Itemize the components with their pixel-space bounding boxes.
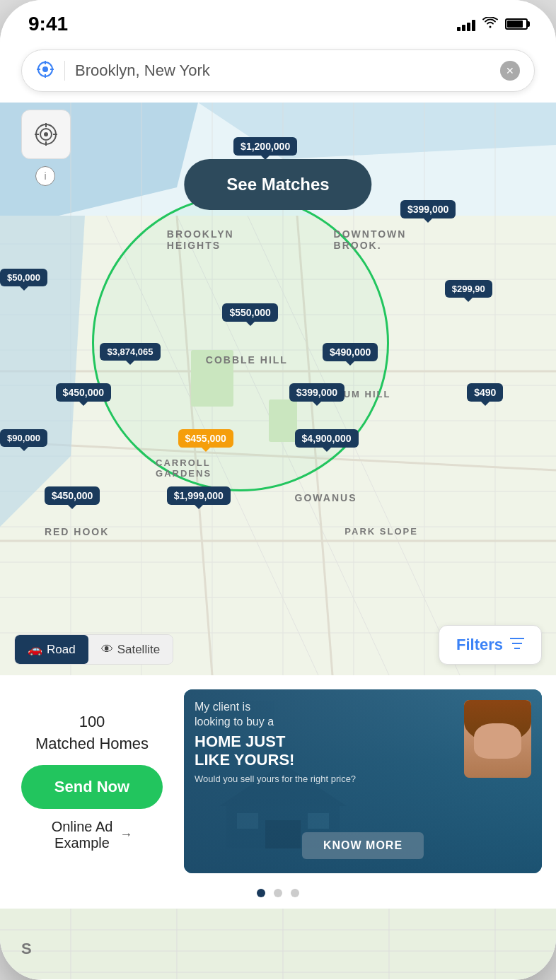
bottom-strip-label: S — [21, 940, 33, 958]
ad-text: My client islooking to buy a HOME JUSTLI… — [195, 700, 356, 784]
location-icon — [36, 60, 54, 81]
neighborhood-label-gowanus: GOWANUS — [295, 492, 357, 503]
arrow-right-icon: → — [120, 827, 132, 842]
signal-bars-icon — [457, 17, 475, 31]
clear-button[interactable]: ✕ — [500, 61, 520, 81]
price-tag-1999000[interactable]: $1,999,000 — [167, 486, 231, 505]
status-bar: 9:41 — [0, 0, 556, 42]
ad-card[interactable]: My client islooking to buy a HOME JUSTLI… — [184, 689, 542, 873]
bottom-map-strip: S — [0, 909, 556, 979]
online-ad-label: Online AdExample — [52, 819, 113, 851]
search-bar[interactable]: Brooklyn, New York ✕ — [21, 49, 535, 92]
ad-line2: HOME JUSTLIKE YOURS! — [195, 733, 356, 770]
online-ad-link[interactable]: Online AdExample → — [52, 819, 133, 851]
price-tag-399000-2[interactable]: $399,000 — [289, 383, 344, 402]
price-tag-50000[interactable]: $50,000 — [0, 269, 47, 286]
neighborhood-label-park-slope: PARK SLOPE — [344, 526, 418, 537]
filter-icon — [510, 636, 524, 654]
price-tag-90000[interactable]: $90,000 — [0, 429, 47, 447]
battery-icon — [505, 18, 528, 30]
status-icons — [457, 17, 528, 32]
svg-point-1 — [42, 66, 48, 72]
price-tag-490-abbr[interactable]: $490 — [467, 383, 503, 402]
map-container[interactable]: i See Matches BROOKLYNHEIGHTS DOWNTOWNBR… — [0, 103, 556, 675]
neighborhood-label-cobble-hill: COBBLE HILL — [206, 354, 288, 366]
price-tag-450000-2[interactable]: $450,000 — [45, 486, 100, 505]
price-tag-3874065[interactable]: $3,874,065 — [100, 343, 160, 361]
dot-2[interactable] — [274, 889, 282, 897]
satellite-map-button[interactable]: 👁 Satellite — [88, 635, 173, 664]
bottom-map-svg — [0, 909, 556, 979]
know-more-button[interactable]: KNOW MORE — [302, 832, 424, 859]
neighborhood-label-carroll-gardens: CARROLLGARDENS — [156, 457, 212, 479]
wifi-icon — [482, 17, 498, 32]
road-map-button[interactable]: 🚗 Road — [15, 635, 88, 664]
search-input[interactable]: Brooklyn, New York — [75, 62, 490, 80]
map-background: i See Matches BROOKLYNHEIGHTS DOWNTOWNBR… — [0, 103, 556, 675]
search-container: Brooklyn, New York ✕ — [0, 42, 556, 103]
price-tag-550000[interactable]: $550,000 — [222, 303, 277, 322]
neighborhood-label-red-hook: RED HOOK — [45, 526, 109, 537]
price-tag-4900000[interactable]: $4,900,000 — [295, 429, 359, 448]
status-time: 9:41 — [28, 13, 68, 35]
price-tag-450000-1[interactable]: $450,000 — [56, 383, 111, 402]
price-tag-490000-1[interactable]: $490,000 — [323, 343, 378, 361]
send-now-button[interactable]: Send Now — [21, 765, 163, 809]
ad-line1: My client islooking to buy a — [195, 700, 356, 730]
dot-1[interactable] — [257, 889, 265, 897]
svg-point-39 — [44, 132, 48, 136]
neighborhood-label-downtown: DOWNTOWNBROOK. — [334, 228, 407, 251]
bottom-panel: 100 Matched Homes Send Now Online AdExam… — [0, 675, 556, 880]
phone-frame: 9:41 — [0, 0, 556, 980]
satellite-icon: 👁 — [101, 643, 113, 657]
price-tag-399000-1[interactable]: $399,000 — [400, 200, 456, 218]
search-divider — [64, 61, 65, 81]
map-type-buttons: 🚗 Road 👁 Satellite — [14, 634, 173, 665]
matched-homes-count: 100 Matched Homes — [35, 711, 149, 755]
price-tag-299900[interactable]: $299,90 — [445, 280, 492, 298]
info-button[interactable]: i — [35, 166, 55, 186]
road-icon: 🚗 — [28, 642, 42, 657]
filters-button[interactable]: Filters — [439, 625, 542, 665]
ad-line3: Would you sell yours for the right price… — [195, 774, 356, 784]
see-matches-button[interactable]: See Matches — [184, 159, 371, 210]
price-tag-455000[interactable]: $455,000 — [178, 429, 233, 448]
neighborhood-label-brooklyn-heights: BROOKLYNHEIGHTS — [167, 228, 234, 251]
person-image — [464, 700, 531, 778]
matched-homes-panel: 100 Matched Homes Send Now Online AdExam… — [14, 689, 170, 873]
carousel-dots — [0, 880, 556, 909]
svg-rect-52 — [0, 909, 556, 979]
price-tag-1200000[interactable]: $1,200,000 — [233, 137, 297, 156]
dot-3[interactable] — [291, 889, 299, 897]
target-button[interactable] — [21, 110, 71, 159]
